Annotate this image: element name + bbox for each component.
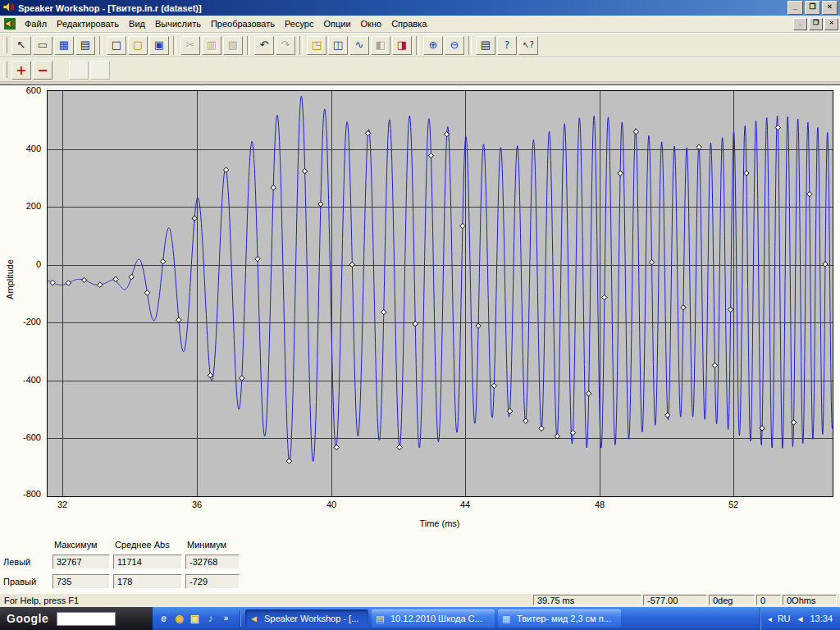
- stats-row-label-left: Левый: [3, 557, 49, 567]
- chart-line-button[interactable]: ◫: [328, 36, 348, 55]
- stats-right-min: -729: [185, 574, 240, 589]
- undo-button[interactable]: ↶: [254, 36, 274, 55]
- help-icon: ?: [504, 39, 510, 51]
- status-phase: 0deg: [709, 595, 755, 605]
- menu-resource[interactable]: Ресурс: [280, 17, 318, 30]
- clock[interactable]: 13:34: [810, 614, 833, 623]
- media-player-icon[interactable]: ♪: [203, 610, 218, 627]
- document-speaker-icon: [3, 17, 16, 30]
- menu-window[interactable]: Окно: [356, 17, 387, 30]
- edit-toolbar: + −: [0, 57, 840, 82]
- folder-icon[interactable]: ▣: [187, 610, 203, 627]
- menu-view[interactable]: Вид: [124, 17, 150, 30]
- x-tick-label: 36: [183, 500, 211, 509]
- speaker-app-icon: ◄: [249, 614, 261, 623]
- grid-mode-button[interactable]: ▦: [54, 36, 74, 55]
- chart-marker-icon: ◨: [397, 39, 407, 51]
- language-indicator[interactable]: RU: [778, 614, 791, 623]
- y-tick-label: 200: [0, 201, 41, 211]
- remove-point-button[interactable]: −: [33, 61, 52, 80]
- task-button-label: Speaker Workshop - [...: [264, 614, 358, 623]
- menu-file[interactable]: Файл: [20, 17, 52, 30]
- menu-edit[interactable]: Редактировать: [52, 17, 124, 30]
- mdi-restore-button[interactable]: ❐: [809, 18, 823, 30]
- taskbar: Google e ◉ ▣ ♪ » ◄ Speaker Workshop - [.…: [0, 607, 840, 630]
- app-icon: [2, 2, 15, 14]
- toolbar-separator: [173, 36, 176, 55]
- status-bar: For Help, press F1 39.75 ms -577.00 0deg…: [0, 593, 840, 607]
- menu-transform[interactable]: Преобразовать: [206, 17, 280, 30]
- context-help-button[interactable]: ↖?: [518, 36, 538, 55]
- keyboard-entry-button[interactable]: ▤: [75, 36, 95, 55]
- document-icon: ▤: [376, 614, 387, 624]
- x-tick-label: 52: [719, 500, 747, 509]
- google-logo: Google: [7, 612, 48, 625]
- task-button-speaker-workshop[interactable]: ◄ Speaker Workshop - [...: [245, 609, 368, 628]
- import-chart-button[interactable]: ◳: [307, 36, 326, 55]
- channel-stats-table: Максимум Среднее Abs Минимум Левый 32767…: [3, 538, 240, 591]
- task-button-document[interactable]: ▤ 10.12.2010 Шкода С...: [372, 609, 495, 628]
- menu-options[interactable]: Опции: [318, 17, 355, 30]
- toolbar-grip[interactable]: [3, 62, 7, 78]
- internet-explorer-icon[interactable]: e: [156, 610, 171, 627]
- y-tick-label: 0: [0, 259, 41, 269]
- menu-calculate[interactable]: Вычислить: [150, 17, 206, 30]
- stats-right-max: 735: [52, 574, 110, 589]
- save-file-button[interactable]: ▣: [149, 36, 169, 55]
- keyboard-icon: ▤: [80, 39, 90, 51]
- menu-bar: Файл Редактировать Вид Вычислить Преобра…: [0, 16, 840, 33]
- paste-button[interactable]: ▨: [223, 36, 243, 55]
- waveform-plot[interactable]: [47, 90, 833, 497]
- dataset-chart-window: Amplitude Time (ms) 600 400 200 0 -200 -…: [0, 84, 840, 593]
- pointer-button[interactable]: ↖: [11, 36, 31, 55]
- y-tick-label: -400: [0, 375, 41, 385]
- disabled-tool-button[interactable]: [90, 61, 110, 80]
- toolbar-separator: [99, 36, 103, 55]
- help-button[interactable]: ?: [497, 36, 517, 55]
- redo-button[interactable]: ↷: [276, 36, 295, 55]
- minimize-button[interactable]: _: [788, 1, 803, 15]
- y-tick-label: -800: [0, 489, 41, 499]
- chart-compare-button[interactable]: ◧: [371, 36, 390, 55]
- open-file-button[interactable]: ▢: [128, 36, 148, 55]
- stats-left-min: -32768: [185, 555, 240, 569]
- restore-button[interactable]: ❐: [805, 1, 820, 15]
- task-button-label: Твитер- мид 2,3 см п...: [517, 614, 611, 623]
- cut-button[interactable]: ✂: [180, 36, 200, 55]
- x-tick-label: 32: [48, 500, 76, 509]
- tray-chevron-icon[interactable]: ◂: [768, 614, 772, 623]
- browser-icon[interactable]: ◉: [171, 610, 187, 627]
- volume-icon[interactable]: ◄: [797, 614, 805, 623]
- copy-button[interactable]: ▥: [202, 36, 221, 55]
- y-tick-label: 600: [0, 85, 41, 95]
- add-point-button[interactable]: +: [11, 61, 31, 80]
- quick-launch-chevron-icon[interactable]: »: [218, 610, 234, 627]
- chart-wave-button[interactable]: ∿: [349, 36, 369, 55]
- task-button-tweeter-page[interactable]: ▦ Твитер- мид 2,3 см п...: [498, 609, 621, 628]
- paste-icon: ▨: [228, 39, 238, 51]
- toolbar-separator: [247, 36, 250, 55]
- google-search-input[interactable]: [57, 612, 116, 626]
- disabled-tool-button[interactable]: [69, 61, 89, 80]
- x-tick-label: 40: [317, 500, 345, 509]
- zoom-in-button[interactable]: ⊕: [423, 36, 443, 55]
- close-button[interactable]: ×: [822, 1, 838, 15]
- toolbar-grip[interactable]: [3, 37, 7, 53]
- chart-marker-button[interactable]: ◨: [392, 36, 412, 55]
- x-axis-title: Time (ms): [399, 518, 481, 528]
- taskbar-separator: [240, 610, 241, 627]
- print-button[interactable]: ▤: [476, 36, 495, 55]
- measure-mode-button[interactable]: ▭: [33, 36, 52, 55]
- toolbar-separator: [468, 36, 472, 55]
- stats-row-label-right: Правый: [3, 577, 49, 587]
- measure-icon: ▭: [38, 39, 48, 51]
- mdi-close-button[interactable]: ×: [824, 18, 838, 30]
- status-cursor-time: 39.75 ms: [533, 595, 641, 605]
- menu-help[interactable]: Справка: [386, 17, 431, 30]
- toolbar-separator: [416, 36, 419, 55]
- zoom-out-button[interactable]: ⊖: [445, 36, 464, 55]
- zoom-in-icon: ⊕: [429, 39, 438, 51]
- scissors-icon: ✂: [186, 39, 195, 51]
- mdi-minimize-button[interactable]: _: [793, 18, 807, 30]
- new-file-button[interactable]: □: [107, 36, 126, 55]
